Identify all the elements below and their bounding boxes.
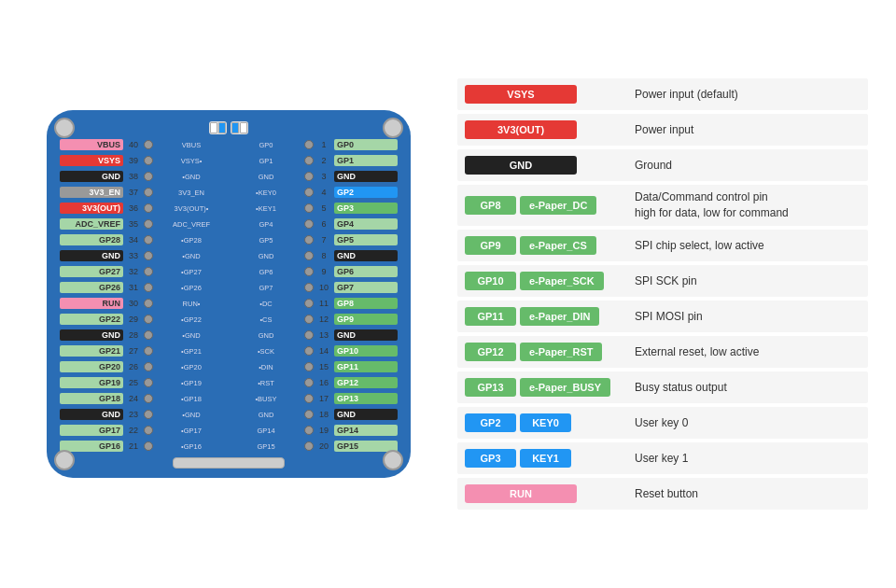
pin-num-right: 9 [315,267,332,276]
pin-center-left: •GP22 [155,315,228,324]
corner-tl [54,118,75,138]
pin-dot-left [144,426,153,435]
legend-desc: User key 1 [625,447,697,470]
usb-connector [173,457,285,469]
corner-tr [383,118,403,138]
legend-desc: SPI MOSI pin [625,305,712,329]
legend-badge: GP10 [465,272,516,290]
pin-num-right: 3 [315,172,332,181]
pin-center-left: •GP20 [155,363,228,371]
pin-label-right: GP5 [334,234,398,245]
pin-label-right: GP3 [334,203,398,214]
pin-row: GND 38 •GND GND 3 GND [60,169,398,184]
legend-badge-group: GND [457,152,625,178]
pin-label-right: GND [334,409,398,420]
pin-num-left: 23 [125,410,142,419]
legend-section: VSYSPower input (default)3V3(OUT)Power i… [457,78,868,510]
pin-label-left: VBUS [60,139,123,150]
board-pcb: VBUS 40 VBUS GP0 1 GP0 VSYS 39 VSYS• GP1… [47,110,411,478]
legend-row: GP3KEY1User key 1 [457,442,868,474]
pin-center-left: •GP27 [155,268,228,276]
pin-num-left: 26 [125,362,142,371]
pin-dot-left [144,156,153,165]
legend-badge: e-Paper_CS [520,236,596,255]
pin-num-right: 7 [315,235,332,245]
pin-num-left: 22 [125,426,142,435]
pin-num-right: 5 [315,203,332,213]
legend-badge: VSYS [465,85,577,104]
pin-num-left: 31 [125,283,142,292]
pin-row: GP16 21 •GP16 GP15 20 GP15 [60,439,398,454]
pin-center-left: •GP26 [155,284,228,292]
pin-row: GP20 26 •GP20 •DIN 15 GP11 [60,359,398,374]
pin-label-left: GP19 [60,377,123,388]
pin-dot-left [144,267,153,276]
pin-label-left: GP21 [60,345,123,357]
pin-dot-left [144,299,153,308]
pin-num-right: 16 [315,378,332,387]
pin-num-left: 36 [125,203,142,213]
legend-row: VSYSPower input (default) [457,78,868,110]
pin-num-left: 24 [125,394,142,403]
pin-center-left: •GP21 [155,347,228,356]
pin-num-right: 14 [315,346,332,356]
legend-row: GNDGround [457,149,868,181]
pin-row: GP27 32 •GP27 GP6 9 GP6 [60,264,398,279]
dip-switch-1 [209,121,227,134]
pin-dot-right [304,426,314,435]
pin-label-right: GP6 [334,266,398,277]
pin-label-right: GP12 [334,377,398,388]
pin-dot-right [304,394,314,403]
legend-badge: KEY0 [520,413,571,432]
pin-dot-left [144,394,153,403]
pin-num-right: 2 [315,156,332,165]
legend-row: GP10e-Paper_SCKSPI SCK pin [457,265,868,297]
pin-row: VBUS 40 VBUS GP0 1 GP0 [60,137,398,152]
pin-label-left: GP18 [60,393,123,404]
board-connector-area [60,457,398,469]
legend-row: RUNReset button [457,478,868,510]
legend-badge: GP8 [465,196,516,215]
pin-num-left: 25 [125,378,142,387]
legend-badge-group: GP9e-Paper_CS [457,232,625,259]
pin-center-left: VBUS [155,141,228,149]
pin-center-right: GP4 [230,220,302,229]
legend-badge: 3V3(OUT) [465,120,577,139]
pin-num-left: 28 [125,330,142,340]
pin-center-right: •KEY0 [230,189,302,197]
pin-row: VSYS 39 VSYS• GP1 2 GP1 [60,153,398,168]
pin-center-left: VSYS• [155,157,228,165]
pin-center-left: RUN• [155,300,228,308]
legend-badge: e-Paper_DC [520,196,596,215]
legend-desc: SPI chip select, low active [625,234,774,258]
dip-btn [231,122,239,133]
legend-desc: Power input (default) [625,83,748,106]
pin-dot-right [304,362,314,371]
dip-btn [210,122,217,133]
pin-num-right: 8 [315,251,332,260]
pin-center-right: •RST [230,379,302,387]
pin-num-right: 20 [315,441,332,451]
dip-switches [60,121,398,134]
legend-desc: SPI SCK pin [625,270,707,293]
pin-dot-left [144,203,153,213]
legend-badge: GP11 [465,307,516,326]
legend-badge: GP3 [465,449,516,468]
pin-center-right: GP7 [230,284,302,292]
pin-num-right: 19 [315,426,332,435]
pin-label-left: GP20 [60,361,123,372]
legend-badge-group: GP3KEY1 [457,445,625,471]
legend-badge-group: 3V3(OUT) [457,117,625,143]
pin-num-left: 39 [125,156,142,165]
pin-center-right: GP14 [230,427,302,435]
legend-row: GP12e-Paper_RSTExternal reset, low activ… [457,336,868,368]
legend-desc: User key 0 [625,412,697,435]
pin-center-right: GP15 [230,442,302,451]
pin-dot-left [144,410,153,419]
pin-dot-right [304,219,314,229]
legend-badge: GND [465,156,577,175]
legend-badge: e-Paper_DIN [520,307,599,326]
pin-num-left: 38 [125,172,142,181]
legend-row: GP2KEY0User key 0 [457,407,868,439]
pin-label-right: GP2 [334,187,398,198]
